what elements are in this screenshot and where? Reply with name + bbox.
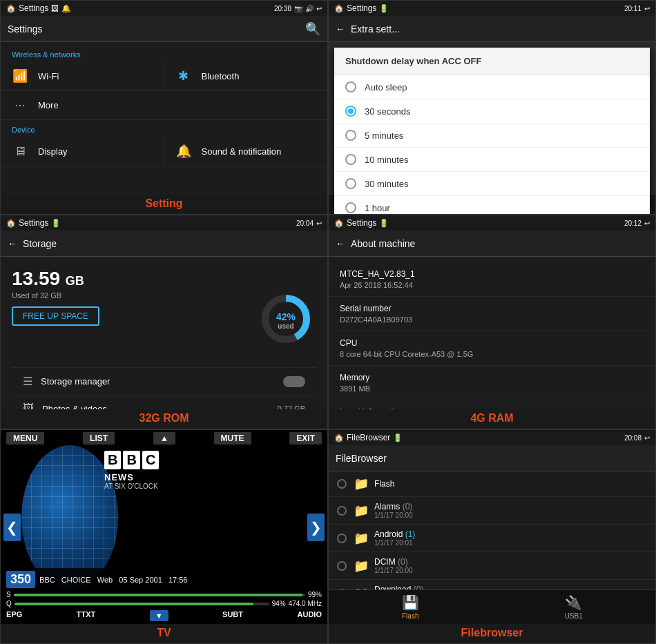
tv-up-button[interactable]: ▲ (153, 432, 175, 445)
battery-icon-3: 🔋 (51, 219, 61, 228)
about-cpu: CPU 8 core 64-bit CPU Coretex-A53 @ 1.5G (329, 331, 655, 366)
option-30-minutes-label: 30 minutes (365, 179, 409, 189)
tv-prev-button[interactable]: ❮ (3, 514, 21, 541)
tv-down-button[interactable]: ▼ (150, 610, 168, 621)
signal-q-bar-bg (15, 603, 269, 605)
back-arrow-2[interactable]: ← (336, 23, 345, 35)
option-auto-sleep-label: Auto sleep (365, 82, 407, 92)
app-bar-4: ← About machine (329, 231, 655, 257)
tv-audio-button[interactable]: AUDIO (298, 610, 322, 621)
option-1-hour[interactable]: 1 hour (334, 196, 650, 215)
cell-about: 🏠 Settings 🔋 20:12 ↩ ← About machine MTC… (328, 215, 656, 429)
usb-tab-icon: 🔌 (565, 594, 582, 611)
home-icon-4[interactable]: 🏠 (334, 219, 344, 228)
tv-next-button[interactable]: ❯ (307, 514, 325, 541)
fb-usb-tab[interactable]: 🔌 USB1 (492, 590, 656, 624)
alarms-date: 1/1/17 20:00 (374, 511, 647, 519)
radio-30-seconds-inner (348, 108, 354, 114)
image-icon: 🖼 (51, 4, 59, 12)
option-auto-sleep[interactable]: Auto sleep (334, 75, 650, 99)
radio-5-minutes (345, 130, 356, 141)
tv-menu-button[interactable]: MENU (6, 432, 44, 445)
back-arrow-3[interactable]: ← (8, 238, 17, 249)
about-content: MTCE_HA_V2.83_1 Apr 26 2018 16:52:44 Ser… (329, 257, 655, 409)
back-icon-4[interactable]: ↩ (644, 219, 650, 227)
settings-list: Wireless & networks 📶 Wi-Fi ✱ Bluetooth … (1, 42, 327, 169)
file-item-android[interactable]: 📁 Android (1) 1/1/17 20:01 (329, 525, 655, 552)
file-radio-android (337, 534, 347, 543)
signal-s-label: S (6, 591, 11, 598)
sound-item[interactable]: 🔔 Sound & notification (164, 137, 328, 166)
option-5-minutes[interactable]: 5 minutes (334, 124, 650, 148)
tv-bbc-overlay: B B C NEWS AT SIX O'CLOCK (104, 451, 320, 490)
radio-1-hour (345, 202, 356, 213)
storage-menu: ☰ Storage manager 🖼 Photos & videos 0.72… (12, 367, 316, 409)
display-icon: 🖥 (12, 144, 28, 159)
storage-manager-toggle[interactable] (283, 376, 305, 387)
photos-label: Photos & videos (42, 404, 107, 410)
tv-ttxt-button[interactable]: TTXT (77, 610, 96, 621)
battery-icon-2: 🔋 (379, 4, 389, 13)
tv-content: MENU LIST ▲ MUTE EXIT ❮ ❯ B B C NEWS AT … (1, 430, 327, 624)
tv-epg-button[interactable]: EPG (6, 610, 22, 621)
app-bar-2: ← Extra sett... (329, 16, 655, 42)
file-radio-dcim (337, 561, 347, 571)
storage-manager-item[interactable]: ☰ Storage manager (12, 367, 316, 395)
about-legal[interactable]: Legal information (329, 400, 655, 409)
tv-exit-button[interactable]: EXIT (289, 432, 322, 445)
serial-label: Serial number (340, 304, 644, 313)
back-arrow-4[interactable]: ← (336, 238, 345, 249)
photos-videos-item[interactable]: 🖼 Photos & videos 0.72 GB (12, 395, 316, 409)
back-icon-3[interactable]: ↩ (316, 219, 322, 227)
photos-icon: 🖼 (23, 402, 34, 409)
app-name-2: Settings (347, 3, 376, 13)
folder-icon-alarms: 📁 (354, 503, 369, 518)
storage-unit: GB (66, 274, 84, 288)
option-10-minutes-label: 10 minutes (365, 155, 409, 165)
donut-label: 42% used (276, 311, 296, 330)
display-sound-row: 🖥 Display 🔔 Sound & notification (1, 137, 327, 166)
option-30-seconds-label: 30 seconds (365, 106, 411, 117)
sound-icon: 🔔 (175, 144, 192, 159)
bluetooth-icon: ✱ (175, 68, 192, 84)
home-icon[interactable]: 🏠 (6, 4, 16, 13)
option-10-minutes[interactable]: 10 minutes (334, 148, 650, 172)
section-header-device: Device (1, 120, 327, 137)
search-icon[interactable]: 🔍 (305, 21, 320, 37)
battery-icon-6: 🔋 (393, 433, 403, 442)
free-up-button[interactable]: FREE UP SPACE (12, 306, 99, 326)
about-app-title: About machine (351, 238, 648, 249)
file-radio-flash (337, 479, 347, 489)
alarms-name: Alarms (0) (374, 502, 647, 511)
home-icon-6[interactable]: 🏠 (334, 433, 344, 442)
file-radio-alarms (337, 506, 347, 516)
fb-flash-tab[interactable]: 💾 Flash (329, 590, 492, 624)
storage-size: 13.59 GB (12, 268, 316, 290)
back-icon[interactable]: ↩ (316, 5, 322, 12)
back-icon-6[interactable]: ↩ (644, 434, 650, 442)
memory-label: Memory (340, 373, 644, 382)
time-6: 20:08 (624, 434, 641, 442)
file-name-flash: Flash (374, 479, 647, 489)
storage-donut-chart: 42% used (258, 291, 313, 349)
tv-subt-button[interactable]: SUBT (222, 610, 243, 621)
home-icon-2[interactable]: 🏠 (334, 4, 344, 13)
option-30-minutes[interactable]: 30 minutes (334, 172, 650, 196)
option-30-seconds[interactable]: 30 seconds (334, 99, 650, 124)
wifi-bluetooth-row: 📶 Wi-Fi ✱ Bluetooth (1, 61, 327, 91)
home-icon-3[interactable]: 🏠 (6, 219, 16, 228)
tv-list-button[interactable]: LIST (83, 432, 115, 445)
more-item[interactable]: ··· More (1, 91, 327, 120)
file-item-dcim[interactable]: 📁 DCIM (0) 1/1/17 20:00 (329, 552, 655, 580)
about-serial: Serial number D272C4A0A1B09703 (329, 297, 655, 331)
tv-signal-s: S 99% (6, 591, 322, 598)
signal-s-bar-bg (14, 594, 305, 596)
back-icon-2[interactable]: ↩ (644, 5, 650, 12)
file-item-flash[interactable]: 📁 Flash (329, 471, 655, 497)
file-item-alarms[interactable]: 📁 Alarms (0) 1/1/17 20:00 (329, 497, 655, 525)
bbc-logo: B B C (104, 451, 320, 469)
bluetooth-item[interactable]: ✱ Bluetooth (164, 61, 328, 90)
wifi-item[interactable]: 📶 Wi-Fi (1, 61, 164, 90)
tv-mute-button[interactable]: MUTE (214, 432, 251, 445)
display-item[interactable]: 🖥 Display (1, 137, 164, 166)
